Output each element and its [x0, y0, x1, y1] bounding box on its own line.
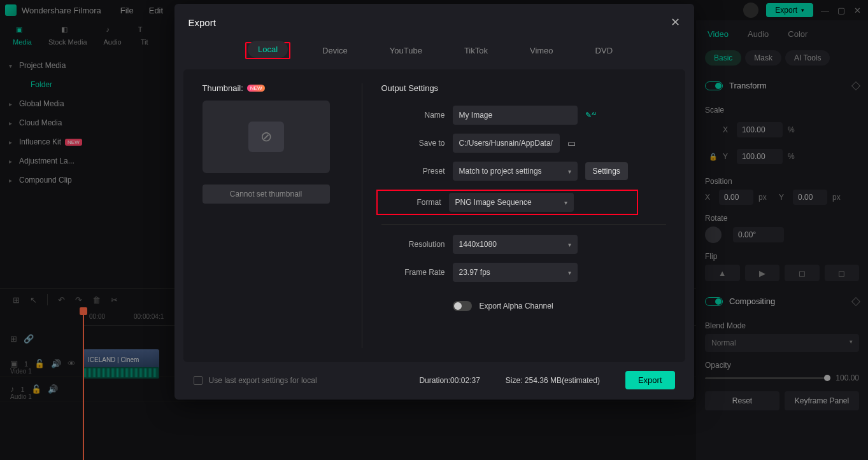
export-dialog: Export ✕ Local Device YouTube TikTok Vim… [174, 4, 694, 400]
tab-dvd[interactable]: DVD [585, 42, 623, 59]
framerate-label: Frame Rate [381, 268, 445, 277]
thumbnail-label: Thumbnail:NEW [203, 83, 336, 93]
dialog-backdrop: Export ✕ Local Device YouTube TikTok Vim… [0, 0, 868, 460]
close-button[interactable]: ✕ [671, 15, 680, 29]
chevron-down-icon: ▾ [568, 269, 571, 276]
preset-settings-button[interactable]: Settings [585, 162, 628, 180]
resolution-dropdown[interactable]: 1440x1080▾ [453, 235, 578, 254]
no-thumbnail-icon: ⊘ [248, 122, 284, 152]
saveto-input[interactable] [453, 134, 560, 153]
ai-edit-icon[interactable]: ✎ᴬᴵ [585, 111, 596, 120]
use-last-label: Use last export settings for local [209, 376, 317, 385]
format-dropdown[interactable]: PNG Image Sequence▾ [449, 193, 574, 212]
use-last-checkbox[interactable] [194, 376, 203, 385]
name-label: Name [381, 111, 445, 120]
dialog-title: Export [189, 17, 216, 28]
format-label: Format [381, 198, 441, 207]
export-confirm-button[interactable]: Export [625, 371, 675, 389]
chevron-down-icon: ▾ [564, 199, 567, 206]
name-input[interactable] [453, 106, 578, 125]
preset-dropdown[interactable]: Match to project settings▾ [453, 162, 578, 181]
resolution-label: Resolution [381, 240, 445, 249]
duration-info: Duration:00:02:37 [419, 376, 480, 385]
local-tab-highlight: Local [245, 42, 290, 59]
browse-folder-icon[interactable]: ▭ [567, 138, 576, 148]
alpha-label: Export Alpha Channel [480, 302, 553, 310]
framerate-dropdown[interactable]: 23.97 fps▾ [453, 263, 578, 282]
new-badge: NEW [247, 85, 266, 92]
thumbnail-preview[interactable]: ⊘ [203, 101, 330, 173]
size-info: Size: 254.36 MB(estimated) [506, 376, 600, 385]
tab-youtube[interactable]: YouTube [380, 42, 432, 59]
thumbnail-button[interactable]: Cannot set thumbnail [203, 185, 330, 204]
tab-device[interactable]: Device [312, 42, 358, 59]
tab-tiktok[interactable]: TikTok [454, 42, 498, 59]
preset-label: Preset [381, 167, 445, 176]
tab-local[interactable]: Local [248, 41, 288, 58]
tab-vimeo[interactable]: Vimeo [520, 42, 564, 59]
output-settings-title: Output Settings [381, 83, 666, 93]
chevron-down-icon: ▾ [568, 168, 571, 175]
format-row-highlight: Format PNG Image Sequence▾ [376, 190, 638, 215]
saveto-label: Save to [381, 139, 445, 148]
alpha-toggle[interactable] [453, 301, 472, 311]
divider [381, 224, 666, 225]
chevron-down-icon: ▾ [568, 241, 571, 248]
